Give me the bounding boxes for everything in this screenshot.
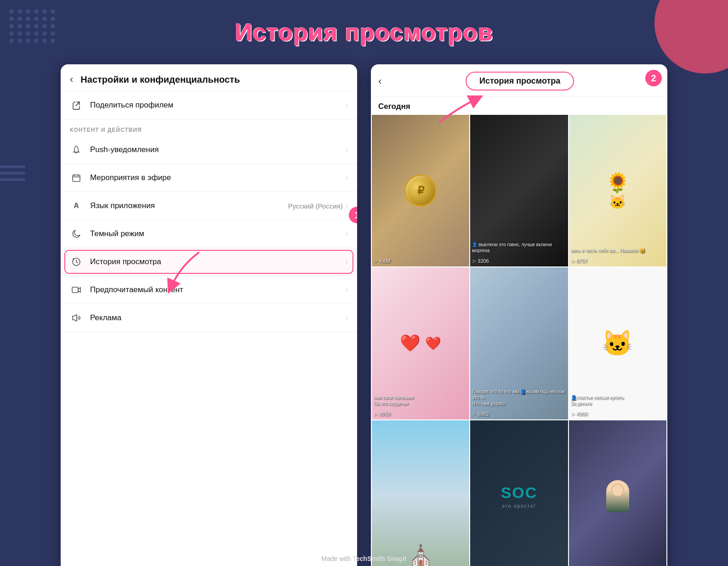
video-count-6: ▷ 4960 [572,411,587,417]
video-bg-3: 🌻🐱 [569,115,666,266]
video-grid: ₽ ▷ 4,6M 👤:выключи это говно, лучше вклю… [371,115,667,566]
play-icon-5: ▷ [473,412,476,416]
svg-rect-5 [72,287,78,293]
share-profile-chevron: › [346,101,348,109]
settings-item-dark-mode[interactable]: Темный режим › [61,220,357,248]
today-section-label: Сегодня [371,96,667,115]
live-events-label: Мероприятия в эфире [90,173,346,182]
settings-screen-title: Настройки и конфиденциальность [80,74,240,85]
language-icon: A [70,199,83,212]
video-thumb-6[interactable]: 🐱 👤счастье нельзя купитьЗа деньги ▷ 4960 [569,267,666,419]
history-title-pill: История просмотра [466,72,574,91]
video-thumb-3[interactable]: 🌻🐱 кинь в честь тебя ма... Назвали 🐱 ▷ 6… [569,115,666,266]
video-text-5: Говорят что то что мы 👤носим под чехлом … [472,389,566,407]
video-thumb-4[interactable]: ❤️ ❤️ ожи свои пальчикиNa это сердечки ▷… [372,267,469,419]
settings-screen: 1 ‹ Настройки и конфиденциальность Подел… [61,64,357,566]
video-thumb-2[interactable]: 👤:выключи это говно, лучше включи морген… [470,115,568,266]
back-button[interactable]: ‹ [70,74,73,85]
building-visual: ⛪ [408,543,433,566]
moon-icon [70,227,83,240]
video-text-4: ожи свои пальчикиNa это сердечки [374,395,467,407]
arrow-to-history [162,248,217,294]
video-text-2: 👤:выключи это говно, лучше включи морген… [472,242,566,254]
heart-visual-2: ❤️ [425,336,441,351]
content-section-header: КОНТЕНТ И ДЕЙСТВИЯ [61,119,357,136]
play-icon-6: ▷ [572,412,575,416]
video-count-4: ▷ 9950 [375,411,390,417]
language-label: Язык приложения [90,201,288,210]
language-chevron: › [346,202,348,210]
arrow-to-title [431,90,486,126]
live-chevron: › [346,174,348,182]
share-profile-label: Поделиться профилем [90,101,346,110]
history-icon [70,255,83,268]
calendar-icon [70,171,83,184]
video-thumb-5[interactable]: Говорят что то что мы 👤носим под чехлом … [470,267,568,419]
snagit-footer: Made with TechSmith Snagit [322,555,407,562]
dot-grid-decoration [9,9,56,43]
video-thumb-1[interactable]: ₽ ▷ 4,6M [372,115,469,266]
video-count-5: ▷ 6962 [473,411,489,417]
dark-mode-chevron: › [346,230,348,238]
video-icon [70,283,83,296]
video-bg-1: ₽ [372,115,469,266]
watch-history-chevron: › [346,258,348,266]
cat-sunflower-visual: 🌻🐱 [606,171,630,210]
language-value: Русский (Россия) [288,202,343,210]
push-label: Push-уведомления [90,145,346,154]
video-thumb-9[interactable] [569,420,666,566]
settings-item-share-profile[interactable]: Поделиться профилем › [61,91,357,119]
video-thumb-7[interactable]: ⛪ [372,420,469,566]
settings-item-language[interactable]: A Язык приложения Русский (Россия) › [61,192,357,220]
person-visual [606,480,629,512]
settings-item-push[interactable]: Push-уведомления › [61,136,357,164]
video-text-3: кинь в честь тебя ма... Назвали 🐱 [571,248,665,254]
bell-icon [70,143,83,156]
history-screen: 2 ‹ История просмотра ⚙ Сегодня ₽ [371,64,667,566]
play-icon-3: ▷ [572,259,575,263]
snagit-brand: TechSmith Snagit [353,555,406,562]
settings-item-live[interactable]: Мероприятия в эфире › [61,164,357,192]
preferred-chevron: › [346,286,348,294]
video-bg-8: SOC это просто! [470,420,568,566]
decorative-lines [0,165,25,181]
heart-visual: ❤️ [400,334,421,353]
svg-rect-0 [73,175,80,181]
pink-circle-top-right [654,0,728,74]
screens-container: 1 ‹ Настройки и конфиденциальность Подел… [61,64,667,566]
ads-chevron: › [346,314,348,322]
play-icon-2: ▷ [473,259,476,263]
preferred-label: Предпочитаемый контент [90,285,346,294]
share-profile-icon [70,99,83,112]
video-bg-9 [569,420,666,566]
ads-icon [70,311,83,324]
video-count-2: ▷ 3206 [473,258,489,264]
history-header: ‹ История просмотра ⚙ [371,64,667,96]
step-2-badge: 2 [645,70,662,86]
ads-label: Реклама [90,313,346,323]
page-title: История просмотров [235,18,493,46]
settings-item-ads[interactable]: Реклама › [61,304,357,332]
watch-history-label: История просмотра [90,257,346,266]
video-bg-7: ⛪ [372,420,469,566]
settings-header: ‹ Настройки и конфиденциальность [61,64,357,91]
history-back-button[interactable]: ‹ [378,75,381,87]
play-icon-1: ▷ [375,259,378,263]
video-thumb-8[interactable]: SOC это просто! [470,420,568,566]
sticker-cat-visual: 🐱 [602,328,633,358]
coin-visual: ₽ [404,175,437,207]
push-chevron: › [346,146,348,154]
soc-watermark-inner: SOC это просто! [501,484,538,509]
video-count-3: ▷ 6757 [572,258,587,264]
play-icon-4: ▷ [375,412,378,416]
video-text-6: 👤счастье нельзя купитьЗа деньги [571,395,665,407]
dark-mode-label: Темный режим [90,229,346,238]
video-count-1: ▷ 4,6M [375,258,390,264]
